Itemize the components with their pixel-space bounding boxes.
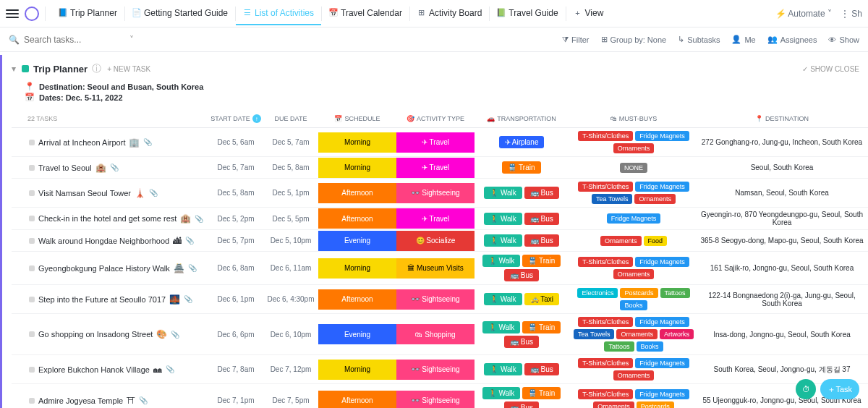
mustbuy-cell[interactable]: ElectronicsPostcardsTattoosBooks	[569, 285, 699, 313]
due-date[interactable]: Dec 5, 7am	[263, 135, 318, 149]
start-date[interactable]: Dec 5, 7pm	[208, 234, 263, 247]
budget-cell[interactable]: $100	[865, 362, 868, 376]
task-name[interactable]: Arrival at Incheon Airport 🏢📎	[27, 135, 208, 150]
destination-cell[interactable]: 365-8 Seogyo-dong, Mapo-gu, Seoul, South…	[699, 234, 865, 247]
status-icon[interactable]	[29, 367, 35, 373]
activity-cell[interactable]: ✈ Travel	[396, 132, 475, 153]
app-logo-icon[interactable]	[25, 7, 39, 21]
mustbuy-cell[interactable]: NONE	[569, 160, 699, 176]
destination-cell[interactable]: South Korea, Seoul, Jongno-gu, 계동길 37	[699, 362, 865, 378]
tab-trip-planner[interactable]: 📘Trip Planner	[51, 2, 124, 25]
table-row[interactable]: Gyeongbokgung Palace History Walk 🏯📎 Dec…	[12, 252, 868, 285]
transport-cell[interactable]: 🚶 Walk🚌 Bus	[475, 210, 569, 228]
attachment-icon[interactable]: 📎	[139, 396, 148, 404]
col-activity[interactable]: 🎯 ACTIVITY TYPE	[396, 115, 475, 122]
due-date[interactable]: Dec 6, 11am	[263, 261, 318, 275]
col-transport[interactable]: 🚗 TRANSPORTATION	[475, 115, 569, 122]
start-date[interactable]: Dec 5, 8am	[208, 186, 263, 200]
start-date[interactable]: Dec 7, 1pm	[208, 394, 263, 407]
due-date[interactable]: Dec 6, 4:30pm	[263, 292, 318, 306]
transport-cell[interactable]: 🚶 Walk🚆 Train🚌 Bus	[475, 318, 569, 351]
col-start[interactable]: START DATE ↑	[208, 114, 263, 123]
attachment-icon[interactable]: 📎	[184, 295, 192, 303]
budget-cell[interactable]: $100	[865, 234, 868, 247]
table-row[interactable]: Travel to Seoul 🏨📎 Dec 5, 7am Dec 5, 8am…	[12, 157, 868, 179]
due-date[interactable]: Dec 6, 10pm	[263, 328, 318, 341]
budget-cell[interactable]: $300	[865, 292, 868, 306]
groupby-button[interactable]: ⊞ Group by: None	[601, 35, 667, 44]
mustbuy-cell[interactable]: OrnamentsFood	[569, 233, 699, 249]
tab-getting-started-guide[interactable]: 📄Getting Started Guide	[125, 2, 235, 25]
activity-cell[interactable]: 🏛 Museum Visits	[396, 258, 475, 279]
task-name[interactable]: Walk around Hongdae Neighborhood 🏙📎	[27, 233, 208, 249]
start-date[interactable]: Dec 5, 2pm	[208, 212, 263, 226]
show-closed-button[interactable]: ✓ SHOW CLOSE	[802, 65, 859, 73]
tab-travel-calendar[interactable]: 📅Travel Calendar	[322, 2, 409, 25]
start-date[interactable]: Dec 6, 6pm	[208, 328, 263, 341]
status-icon[interactable]	[29, 238, 35, 244]
attachment-icon[interactable]: 📎	[143, 138, 152, 146]
activity-cell[interactable]: ✈ Travel	[396, 208, 475, 229]
table-row[interactable]: Admire Jogyesa Temple ⛩📎 Dec 7, 1pm Dec …	[12, 384, 868, 408]
schedule-cell[interactable]: Morning	[318, 132, 396, 153]
budget-cell[interactable]: $150	[865, 186, 868, 200]
mustbuy-cell[interactable]: T-Shirts/ClothesFridge MagnetsOrnaments	[569, 355, 699, 383]
schedule-cell[interactable]: Afternoon	[318, 183, 396, 203]
table-row[interactable]: Visit Namsan Seoul Tower 🗼📎 Dec 5, 8am D…	[12, 179, 868, 208]
schedule-cell[interactable]: Afternoon	[318, 289, 396, 310]
schedule-cell[interactable]: Morning	[318, 258, 396, 279]
transport-cell[interactable]: 🚶 Walk🚌 Bus	[475, 184, 569, 202]
destination-cell[interactable]: 161 Sajik-ro, Jongno-gu, Seoul, South Ko…	[699, 261, 865, 275]
col-dest[interactable]: 📍 DESTINATION	[699, 115, 865, 122]
schedule-cell[interactable]: Afternoon	[318, 208, 396, 229]
chevron-down-icon[interactable]: ˅	[129, 35, 134, 45]
transport-cell[interactable]: ✈ Airplane	[475, 133, 569, 151]
transport-cell[interactable]: 🚶 Walk🚌 Bus	[475, 360, 569, 378]
activity-cell[interactable]: 👓 Sightseeing	[396, 360, 475, 380]
activity-cell[interactable]: 👓 Sightseeing	[396, 183, 475, 203]
status-icon[interactable]	[29, 297, 35, 302]
budget-cell[interactable]: $4	[865, 161, 868, 174]
me-button[interactable]: 👤 Me	[731, 35, 755, 44]
budget-cell[interactable]: $50	[865, 261, 868, 275]
show-button[interactable]: 👁 Show	[828, 35, 859, 44]
schedule-cell[interactable]: Evening	[318, 324, 396, 344]
mustbuy-cell[interactable]: T-Shirts/ClothesFridge MagnetsOrnamentsP…	[569, 386, 699, 408]
share-button[interactable]: ⋮ Sh	[841, 9, 862, 19]
transport-cell[interactable]: 🚶 Walk🚆 Train🚌 Bus	[475, 252, 569, 284]
add-task-fab[interactable]: ＋ Task	[820, 379, 859, 399]
destination-cell[interactable]: 272 Gonghang-ro, Jung-gu, Incheon, South…	[699, 135, 865, 149]
mustbuy-cell[interactable]: Fridge Magnets	[569, 211, 699, 226]
tab-activity-board[interactable]: ⊞Activity Board	[410, 2, 489, 25]
table-row[interactable]: Check-in in the hotel and get some rest …	[12, 208, 868, 230]
budget-cell[interactable]: $250	[865, 212, 868, 226]
destination-cell[interactable]: Gyeongin-ro, 870 Yeongdeungpo-gu, Seoul,…	[699, 208, 865, 229]
search-box[interactable]: 🔍 ˅	[9, 35, 550, 45]
col-tasks[interactable]: 22 TASKS	[27, 115, 208, 122]
task-name[interactable]: Visit Namsan Seoul Tower 🗼📎	[27, 185, 208, 201]
mustbuy-cell[interactable]: T-Shirts/ClothesFridge MagnetsOrnaments	[569, 128, 699, 156]
start-date[interactable]: Dec 5, 6am	[208, 135, 263, 149]
activity-cell[interactable]: 👓 Sightseeing	[396, 289, 475, 310]
subtasks-button[interactable]: ↳ Subtasks	[678, 35, 720, 44]
transport-cell[interactable]: 🚶 Walk🚌 Bus	[475, 231, 569, 250]
transport-cell[interactable]: 🚆 Train	[475, 158, 569, 177]
col-due[interactable]: DUE DATE	[263, 115, 318, 122]
schedule-cell[interactable]: Afternoon	[318, 391, 396, 409]
due-date[interactable]: Dec 5, 8am	[263, 161, 318, 174]
schedule-cell[interactable]: Evening	[318, 231, 396, 251]
start-date[interactable]: Dec 6, 1pm	[208, 292, 263, 306]
filter-button[interactable]: ⧩ Filter	[562, 35, 589, 44]
table-row[interactable]: Explore Bukchon Hanok Village 🏘📎 Dec 7, …	[12, 355, 868, 384]
task-name[interactable]: Gyeongbokgung Palace History Walk 🏯📎	[27, 260, 208, 276]
task-name[interactable]: Travel to Seoul 🏨📎	[27, 160, 208, 176]
task-name[interactable]: Admire Jogyesa Temple ⛩📎	[27, 393, 208, 409]
destination-cell[interactable]: 122-14 Bongnaedong 2(i)-ga, Jung-gu, Seo…	[699, 289, 865, 310]
attachment-icon[interactable]: 📎	[171, 331, 179, 339]
menu-icon[interactable]	[6, 7, 19, 20]
mustbuy-cell[interactable]: T-Shirts/ClothesFridge MagnetsOrnaments	[569, 254, 699, 282]
activity-cell[interactable]: 😊 Socialize	[396, 231, 475, 251]
destination-cell[interactable]: Seoul, South Korea	[699, 161, 865, 174]
start-date[interactable]: Dec 6, 8am	[208, 261, 263, 275]
status-icon[interactable]	[29, 190, 35, 196]
